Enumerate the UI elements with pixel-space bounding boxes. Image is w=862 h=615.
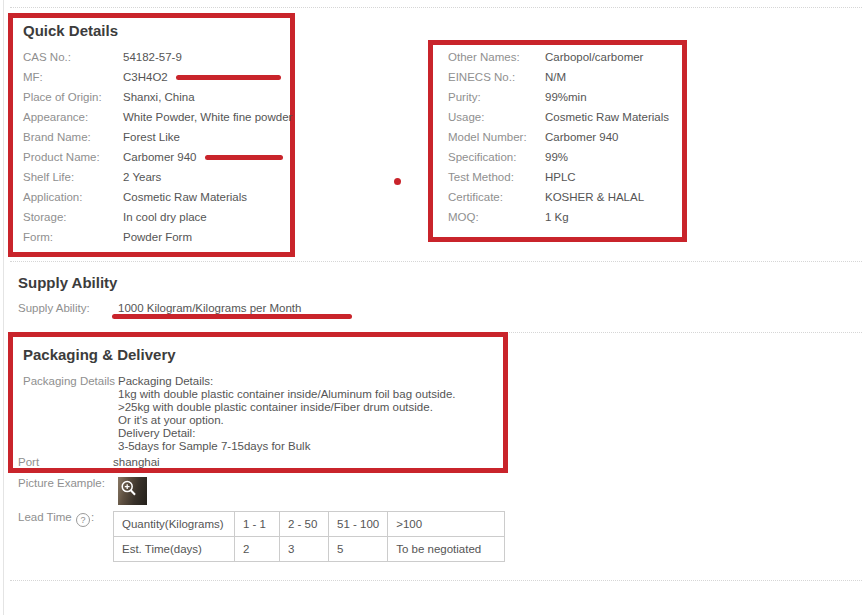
detail-label: Application: [23, 191, 123, 203]
detail-label: Usage: [448, 111, 545, 123]
detail-label: Form: [23, 231, 123, 243]
left-border-rule [3, 0, 4, 615]
detail-row: CAS No.:54182-57-9 [23, 47, 290, 67]
lead-time-cell: Est. Time(days) [114, 537, 235, 562]
red-dot-annotation [394, 178, 401, 185]
detail-row: MF:C3H4O2 [23, 67, 290, 87]
red-highlight-line [205, 155, 283, 160]
detail-value: 2 Years [123, 171, 161, 183]
packaging-details-label: Packaging Details [23, 375, 118, 453]
detail-row: Brand Name:Forest Like [23, 127, 290, 147]
detail-label: CAS No.: [23, 51, 123, 63]
port-label: Port [18, 456, 113, 468]
lead-time-row: Lead Time ?: [18, 511, 94, 527]
detail-label: Product Name: [23, 151, 123, 163]
quick-details-annotation-box: Quick Details CAS No.:54182-57-9MF:C3H4O… [8, 13, 295, 257]
detail-label: MF: [23, 71, 123, 83]
packaging-details-value: Packaging Details:1kg with double plasti… [118, 375, 456, 453]
detail-row: Usage:Cosmetic Raw Materials [448, 107, 682, 127]
detail-value: N/M [545, 71, 566, 83]
picture-example-row: Picture Example: [18, 477, 147, 505]
lead-time-cell: >100 [388, 512, 505, 537]
detail-row: Test Method:HPLC [448, 167, 682, 187]
detail-label: EINECS No.: [448, 71, 545, 83]
detail-row: Other Names:Carbopol/carbomer [448, 47, 682, 67]
picture-thumbnail[interactable] [118, 477, 147, 505]
detail-label: Purity: [448, 91, 545, 103]
detail-row: Shelf Life:2 Years [23, 167, 290, 187]
detail-label: Specification: [448, 151, 545, 163]
detail-value: Cosmetic Raw Materials [545, 111, 669, 123]
detail-value: C3H4O2 [123, 71, 168, 83]
quick-details-left-rows: CAS No.:54182-57-9MF:C3H4O2Place of Orig… [23, 47, 290, 247]
detail-value: Shanxi, China [123, 91, 195, 103]
detail-label: Other Names: [448, 51, 545, 63]
separator-supply [10, 261, 862, 262]
packaging-detail-line: Delivery Detail: [118, 427, 456, 440]
detail-row: Purity:99%min [448, 87, 682, 107]
lead-time-cell: 2 [235, 537, 280, 562]
packaging-detail-line: >25kg with double plastic container insi… [118, 401, 456, 414]
detail-row: Appearance:White Powder, White fine powd… [23, 107, 290, 127]
help-icon[interactable]: ? [76, 513, 90, 527]
detail-value: Carbomer 940 [545, 131, 619, 143]
quick-details-right-rows: Other Names:Carbopol/carbomerEINECS No.:… [448, 47, 682, 227]
lead-time-cell: 5 [329, 537, 388, 562]
supply-ability-label: Supply Ability: [18, 302, 118, 314]
detail-value: 99% [545, 151, 568, 163]
detail-value: Carbopol/carbomer [545, 51, 643, 63]
lead-time-colon: : [91, 511, 94, 523]
packaging-detail-line: Packaging Details: [118, 375, 456, 388]
detail-value: 1 Kg [545, 211, 569, 223]
detail-label: Shelf Life: [23, 171, 123, 183]
packaging-delivery-title: Packaging & Delivery [23, 346, 503, 364]
detail-label: Appearance: [23, 111, 123, 123]
port-row: Port shanghai [13, 452, 493, 472]
lead-time-cell: To be negotiated [388, 537, 505, 562]
lead-time-cell: 1 - 1 [235, 512, 280, 537]
lead-time-cell: 2 - 50 [280, 512, 329, 537]
picture-example-label: Picture Example: [18, 477, 118, 489]
detail-value: White Powder, White fine powder [123, 111, 292, 123]
detail-row: Storage:In cool dry place [23, 207, 290, 227]
packaging-detail-line: Or it's at your option. [118, 414, 456, 427]
detail-value: 99%min [545, 91, 587, 103]
lead-time-label: Lead Time [18, 511, 72, 523]
separator-bottom [10, 580, 862, 581]
detail-value: Forest Like [123, 131, 180, 143]
detail-label: Brand Name: [23, 131, 123, 143]
lead-time-table-row: Est. Time(days)235To be negotiated [114, 537, 505, 562]
supply-ability-title: Supply Ability [18, 274, 117, 292]
detail-row: Place of Origin:Shanxi, China [23, 87, 290, 107]
detail-row: Product Name:Carbomer 940 [23, 147, 290, 167]
lead-time-cell: 51 - 100 [329, 512, 388, 537]
lead-time-cell: 3 [280, 537, 329, 562]
quick-details-title: Quick Details [23, 22, 290, 40]
detail-value: Carbomer 940 [123, 151, 197, 163]
detail-value: Cosmetic Raw Materials [123, 191, 247, 203]
detail-value: HPLC [545, 171, 576, 183]
lead-time-cell: Quantity(Kilograms) [114, 512, 235, 537]
separator-top [10, 7, 862, 8]
detail-row: MOQ:1 Kg [448, 207, 682, 227]
detail-row: Form:Powder Form [23, 227, 290, 247]
quick-details-right-annotation-box: Other Names:Carbopol/carbomerEINECS No.:… [428, 40, 687, 242]
detail-value: KOSHER & HALAL [545, 191, 644, 203]
lead-time-table: Quantity(Kilograms)1 - 12 - 5051 - 100>1… [113, 511, 505, 562]
detail-value: 54182-57-9 [123, 51, 182, 63]
detail-row: Certificate:KOSHER & HALAL [448, 187, 682, 207]
red-underline-annotation [112, 314, 352, 319]
detail-label: Certificate: [448, 191, 545, 203]
detail-label: Model Number: [448, 131, 545, 143]
detail-row: Specification:99% [448, 147, 682, 167]
supply-ability-value: 1000 Kilogram/Kilograms per Month [118, 302, 301, 314]
detail-label: Test Method: [448, 171, 545, 183]
packaging-details-row: Packaging Details Packaging Details:1kg … [23, 375, 503, 453]
detail-row: Model Number:Carbomer 940 [448, 127, 682, 147]
port-value: shanghai [113, 456, 160, 468]
lead-time-table-row: Quantity(Kilograms)1 - 12 - 5051 - 100>1… [114, 512, 505, 537]
product-details-page: Quick Details CAS No.:54182-57-9MF:C3H4O… [0, 0, 862, 615]
detail-label: Storage: [23, 211, 123, 223]
red-highlight-line [176, 75, 281, 80]
detail-label: Place of Origin: [23, 91, 123, 103]
